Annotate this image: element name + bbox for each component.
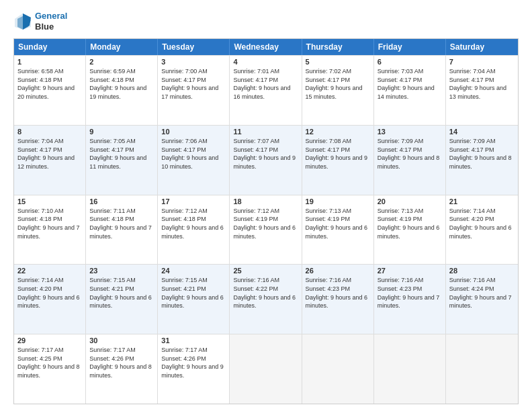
day-number: 28	[449, 267, 515, 275]
day-number: 30	[89, 336, 154, 345]
cal-week-1: 1Sunrise: 6:58 AMSunset: 4:18 PMDaylight…	[14, 55, 518, 125]
logo-icon	[13, 12, 32, 31]
cal-cell-empty	[230, 334, 302, 404]
day-info: Sunrise: 7:17 AMSunset: 4:26 PMDaylight:…	[161, 346, 226, 379]
cal-cell-day-25: 25Sunrise: 7:16 AMSunset: 4:22 PMDayligh…	[230, 265, 302, 334]
calendar-body: 1Sunrise: 6:58 AMSunset: 4:18 PMDaylight…	[14, 55, 518, 404]
day-number: 16	[89, 197, 154, 205]
logo-text: General Blue	[35, 11, 67, 32]
day-number: 27	[378, 267, 442, 275]
day-info: Sunrise: 7:09 AMSunset: 4:17 PMDaylight:…	[449, 137, 515, 171]
day-info: Sunrise: 7:05 AMSunset: 4:17 PMDaylight:…	[89, 137, 154, 171]
day-number: 25	[233, 267, 298, 275]
day-number: 18	[233, 197, 298, 205]
day-info: Sunrise: 7:16 AMSunset: 4:23 PMDaylight:…	[378, 276, 442, 310]
cal-cell-day-19: 19Sunrise: 7:13 AMSunset: 4:19 PMDayligh…	[302, 195, 374, 265]
day-info: Sunrise: 7:04 AMSunset: 4:17 PMDaylight:…	[17, 137, 82, 171]
day-info: Sunrise: 7:17 AMSunset: 4:26 PMDaylight:…	[89, 346, 154, 379]
logo: General Blue	[13, 11, 67, 32]
calendar: SundayMondayTuesdayWednesdayThursdayFrid…	[13, 38, 519, 404]
day-number: 1	[17, 58, 82, 66]
day-info: Sunrise: 7:15 AMSunset: 4:21 PMDaylight:…	[89, 276, 154, 310]
day-info: Sunrise: 7:10 AMSunset: 4:18 PMDaylight:…	[17, 207, 82, 240]
day-info: Sunrise: 7:16 AMSunset: 4:24 PMDaylight:…	[449, 276, 515, 310]
cal-cell-day-1: 1Sunrise: 6:58 AMSunset: 4:18 PMDaylight…	[14, 56, 86, 125]
cal-header-tuesday: Tuesday	[158, 39, 230, 55]
day-info: Sunrise: 7:13 AMSunset: 4:19 PMDaylight:…	[306, 207, 370, 240]
day-info: Sunrise: 7:15 AMSunset: 4:21 PMDaylight:…	[161, 276, 226, 310]
cal-cell-day-28: 28Sunrise: 7:16 AMSunset: 4:24 PMDayligh…	[446, 265, 518, 334]
day-info: Sunrise: 6:58 AMSunset: 4:18 PMDaylight:…	[17, 67, 82, 101]
day-number: 12	[306, 128, 370, 136]
cal-cell-day-23: 23Sunrise: 7:15 AMSunset: 4:21 PMDayligh…	[86, 265, 158, 334]
day-info: Sunrise: 7:11 AMSunset: 4:18 PMDaylight:…	[89, 207, 154, 240]
cal-header-friday: Friday	[374, 39, 446, 55]
cal-cell-day-16: 16Sunrise: 7:11 AMSunset: 4:18 PMDayligh…	[86, 195, 158, 265]
day-number: 6	[378, 58, 442, 66]
header: General Blue	[13, 11, 519, 32]
cal-cell-day-24: 24Sunrise: 7:15 AMSunset: 4:21 PMDayligh…	[158, 265, 230, 334]
day-info: Sunrise: 7:01 AMSunset: 4:17 PMDaylight:…	[233, 67, 298, 101]
cal-cell-day-3: 3Sunrise: 7:00 AMSunset: 4:17 PMDaylight…	[158, 56, 230, 125]
cal-week-3: 15Sunrise: 7:10 AMSunset: 4:18 PMDayligh…	[14, 195, 518, 265]
day-info: Sunrise: 7:09 AMSunset: 4:17 PMDaylight:…	[378, 137, 442, 171]
cal-header-sunday: Sunday	[14, 39, 86, 55]
cal-cell-day-8: 8Sunrise: 7:04 AMSunset: 4:17 PMDaylight…	[14, 126, 86, 195]
cal-cell-day-11: 11Sunrise: 7:07 AMSunset: 4:17 PMDayligh…	[230, 126, 302, 195]
day-info: Sunrise: 7:12 AMSunset: 4:19 PMDaylight:…	[233, 207, 298, 240]
calendar-header: SundayMondayTuesdayWednesdayThursdayFrid…	[14, 39, 518, 55]
day-number: 4	[233, 58, 298, 66]
cal-week-5: 29Sunrise: 7:17 AMSunset: 4:25 PMDayligh…	[14, 334, 518, 404]
day-info: Sunrise: 7:04 AMSunset: 4:17 PMDaylight:…	[449, 67, 515, 101]
day-number: 14	[449, 128, 515, 136]
day-number: 24	[161, 267, 226, 275]
day-info: Sunrise: 7:16 AMSunset: 4:23 PMDaylight:…	[306, 276, 370, 310]
cal-cell-day-22: 22Sunrise: 7:14 AMSunset: 4:20 PMDayligh…	[14, 265, 86, 334]
cal-cell-day-12: 12Sunrise: 7:08 AMSunset: 4:17 PMDayligh…	[302, 126, 374, 195]
cal-header-wednesday: Wednesday	[230, 39, 302, 55]
day-number: 22	[17, 267, 82, 275]
cal-cell-day-29: 29Sunrise: 7:17 AMSunset: 4:25 PMDayligh…	[14, 334, 86, 404]
cal-cell-day-10: 10Sunrise: 7:06 AMSunset: 4:17 PMDayligh…	[158, 126, 230, 195]
day-info: Sunrise: 7:14 AMSunset: 4:20 PMDaylight:…	[17, 276, 82, 310]
day-number: 19	[306, 197, 370, 205]
cal-header-thursday: Thursday	[302, 39, 374, 55]
day-number: 15	[17, 197, 82, 205]
day-info: Sunrise: 7:02 AMSunset: 4:17 PMDaylight:…	[306, 67, 370, 101]
day-info: Sunrise: 7:14 AMSunset: 4:20 PMDaylight:…	[449, 207, 515, 240]
day-number: 13	[378, 128, 442, 136]
day-info: Sunrise: 7:12 AMSunset: 4:18 PMDaylight:…	[161, 207, 226, 240]
cal-cell-empty	[302, 334, 374, 404]
day-number: 20	[378, 197, 442, 205]
day-number: 26	[306, 267, 370, 275]
cal-cell-day-14: 14Sunrise: 7:09 AMSunset: 4:17 PMDayligh…	[446, 126, 518, 195]
cal-cell-day-6: 6Sunrise: 7:03 AMSunset: 4:17 PMDaylight…	[374, 56, 446, 125]
cal-cell-day-30: 30Sunrise: 7:17 AMSunset: 4:26 PMDayligh…	[86, 334, 158, 404]
day-number: 23	[89, 267, 154, 275]
day-number: 31	[161, 336, 226, 345]
day-info: Sunrise: 6:59 AMSunset: 4:18 PMDaylight:…	[89, 67, 154, 101]
day-info: Sunrise: 7:17 AMSunset: 4:25 PMDaylight:…	[17, 346, 82, 379]
cal-header-saturday: Saturday	[446, 39, 518, 55]
day-number: 21	[449, 197, 515, 205]
cal-week-4: 22Sunrise: 7:14 AMSunset: 4:20 PMDayligh…	[14, 264, 518, 334]
day-number: 17	[161, 197, 226, 205]
cal-cell-empty	[374, 334, 446, 404]
day-number: 3	[161, 58, 226, 66]
cal-cell-day-4: 4Sunrise: 7:01 AMSunset: 4:17 PMDaylight…	[230, 56, 302, 125]
cal-cell-day-13: 13Sunrise: 7:09 AMSunset: 4:17 PMDayligh…	[374, 126, 446, 195]
day-info: Sunrise: 7:03 AMSunset: 4:17 PMDaylight:…	[378, 67, 442, 101]
day-number: 11	[233, 128, 298, 136]
day-info: Sunrise: 7:13 AMSunset: 4:19 PMDaylight:…	[378, 207, 442, 240]
cal-week-2: 8Sunrise: 7:04 AMSunset: 4:17 PMDaylight…	[14, 125, 518, 195]
cal-cell-day-27: 27Sunrise: 7:16 AMSunset: 4:23 PMDayligh…	[374, 265, 446, 334]
day-number: 10	[161, 128, 226, 136]
cal-cell-day-2: 2Sunrise: 6:59 AMSunset: 4:18 PMDaylight…	[86, 56, 158, 125]
cal-cell-day-7: 7Sunrise: 7:04 AMSunset: 4:17 PMDaylight…	[446, 56, 518, 125]
cal-cell-day-15: 15Sunrise: 7:10 AMSunset: 4:18 PMDayligh…	[14, 195, 86, 265]
day-number: 2	[89, 58, 154, 66]
day-info: Sunrise: 7:08 AMSunset: 4:17 PMDaylight:…	[306, 137, 370, 171]
cal-cell-day-18: 18Sunrise: 7:12 AMSunset: 4:19 PMDayligh…	[230, 195, 302, 265]
cal-header-monday: Monday	[86, 39, 158, 55]
page: General Blue SundayMondayTuesdayWednesda…	[0, 0, 532, 411]
